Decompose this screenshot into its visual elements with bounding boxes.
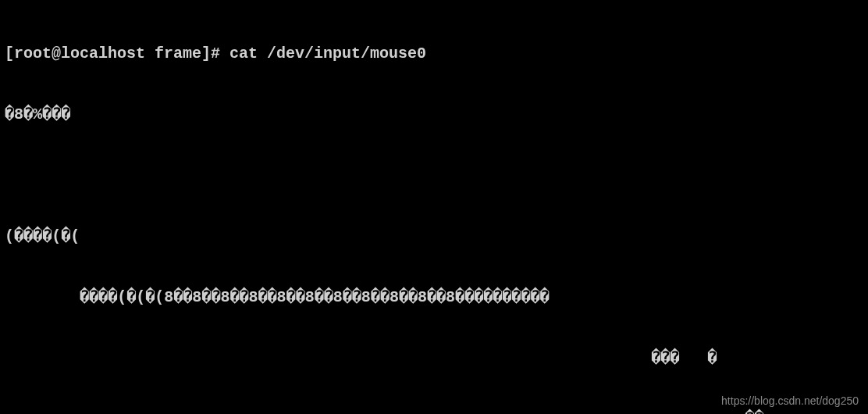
output-line: ��� � [5,348,863,369]
output-line: �� [5,409,863,414]
terminal-output: [root@localhost frame]# cat /dev/input/m… [5,3,863,414]
output-line: (����(�( [5,227,863,247]
watermark-text: https://blog.csdn.net/dog250 [721,394,859,408]
output-line: �8�%��� [5,105,863,125]
command-line: [root@localhost frame]# cat /dev/input/m… [5,44,863,64]
output-line [5,166,863,186]
shell-prompt: [root@localhost frame]# [5,44,229,64]
command-text: cat /dev/input/mouse0 [229,44,426,64]
output-line: ����(�(�(8��8��8��8��8��8��8��8��8��8��8… [5,287,863,308]
